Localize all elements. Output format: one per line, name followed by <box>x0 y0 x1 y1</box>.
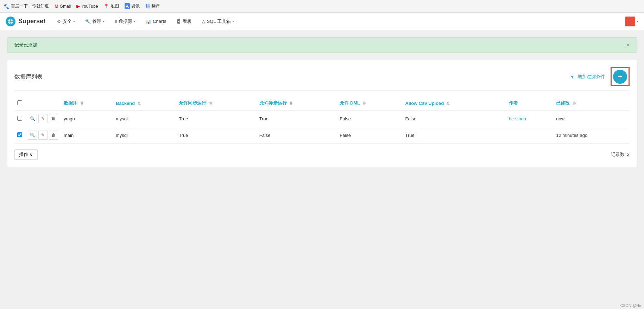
add-record-button[interactable]: + <box>613 70 627 84</box>
sort-backend-icon: ⇅ <box>138 101 141 106</box>
filter-area: ▼ 增加过滤条件 <box>570 74 605 80</box>
table-row: 🔍 ✎ 🗑 main mysql True False False True 1… <box>14 127 630 144</box>
add-button-container: + <box>611 67 630 86</box>
col-modified-header[interactable]: 已修改 ⇅ <box>553 96 630 110</box>
row2-allow-csv: True <box>403 127 506 144</box>
col-database-header[interactable]: 数据库 ⇅ <box>61 96 113 110</box>
row1-allow-sync: True <box>176 110 257 127</box>
row1-author: he sihan <box>506 110 554 127</box>
brand-logo[interactable]: Superset <box>6 17 45 26</box>
col-allow-sync-header[interactable]: 允许同步运行 ⇅ <box>176 96 257 110</box>
datasource-icon: ≡ <box>114 19 117 24</box>
notification-success: 记录已添加 × <box>7 37 637 53</box>
col-actions-header <box>25 96 61 110</box>
select-all-header <box>14 96 25 110</box>
row2-modified: 12 minutes ago <box>553 127 630 144</box>
charts-icon: 📊 <box>145 19 151 24</box>
sort-modified-icon: ⇅ <box>573 101 576 105</box>
row1-checkbox[interactable] <box>17 116 22 121</box>
col-allow-csv-header[interactable]: Allow Csv Upload ⇅ <box>403 96 506 110</box>
browser-baidu[interactable]: 🐾 百度一下，你就知道 <box>4 3 49 9</box>
sort-csv-icon: ⇅ <box>447 101 450 106</box>
bulk-action-button[interactable]: 操作 ∨ <box>14 149 38 160</box>
row1-allow-csv: False <box>403 110 506 127</box>
row2-edit-button[interactable]: ✎ <box>38 131 48 140</box>
browser-youtube[interactable]: ▶ YouTube <box>76 4 98 9</box>
browser-gmail[interactable]: M Gmail <box>55 4 71 9</box>
table-container: 数据库列表 ▼ 增加过滤条件 + 数据库 ⇅ <box>7 60 637 167</box>
navbar-right: ▾ <box>625 17 638 26</box>
row1-view-button[interactable]: 🔍 <box>28 114 37 123</box>
table-footer: 操作 ∨ 记录数: 2 <box>14 149 630 160</box>
col-author-header[interactable]: 作者 <box>506 96 554 110</box>
row1-edit-button[interactable]: ✎ <box>38 114 48 123</box>
sort-dml-icon: ⇅ <box>362 101 366 105</box>
user-avatar[interactable] <box>625 17 635 26</box>
col-allow-dml-header[interactable]: 允许 DML ⇅ <box>337 96 402 110</box>
row2-allow-sync: True <box>176 127 257 144</box>
sql-icon: △ <box>202 19 206 24</box>
filter-icon: ▼ <box>570 74 575 80</box>
row1-allow-async: True <box>257 110 337 127</box>
nav-sql[interactable]: △ SQL 工具箱 ▾ <box>197 13 238 30</box>
browser-news[interactable]: A 资讯 <box>125 3 140 9</box>
brand-icon <box>6 17 15 26</box>
sort-database-icon: ⇅ <box>80 101 83 105</box>
sql-chevron: ▾ <box>232 19 234 23</box>
admin-chevron: ▾ <box>103 19 105 23</box>
page-title: 数据库列表 <box>14 73 43 81</box>
row2-view-button[interactable]: 🔍 <box>28 131 37 140</box>
table-header-row: 数据库列表 ▼ 增加过滤条件 + <box>14 67 630 91</box>
row2-allow-async: False <box>257 127 337 144</box>
security-chevron: ▾ <box>73 19 75 23</box>
record-count: 记录数: 2 <box>611 151 630 158</box>
row2-actions: 🔍 ✎ 🗑 <box>28 131 58 140</box>
row1-delete-button[interactable]: 🗑 <box>49 114 58 123</box>
row2-checkbox[interactable] <box>17 132 22 137</box>
col-backend-header[interactable]: Backend ⇅ <box>113 96 176 110</box>
filter-label[interactable]: 增加过滤条件 <box>577 74 605 80</box>
nav-security[interactable]: ⚙ 安全 ▾ <box>52 13 79 30</box>
nav-dashboard[interactable]: 🎛 看板 <box>172 13 196 30</box>
sort-async-icon: ⇅ <box>289 101 292 105</box>
database-table: 数据库 ⇅ Backend ⇅ 允许同步运行 ⇅ 允许异步运行 ⇅ <box>14 96 630 144</box>
nav-charts[interactable]: 📊 Charts <box>141 13 170 30</box>
navbar: Superset ⚙ 安全 ▾ 🔧 管理 ▾ ≡ 数据源 ▾ 📊 Charts … <box>0 13 644 30</box>
row2-allow-dml: False <box>337 127 402 144</box>
row1-modified: now <box>553 110 630 127</box>
security-icon: ⚙ <box>57 19 61 24</box>
row2-database: main <box>61 127 113 144</box>
browser-maps[interactable]: 📍 地图 <box>103 3 119 9</box>
row2-author <box>506 127 554 144</box>
row1-database: ymgn <box>61 110 113 127</box>
table-row: 🔍 ✎ 🗑 ymgn mysql True True False False h… <box>14 110 630 127</box>
sort-sync-icon: ⇅ <box>209 101 212 105</box>
browser-translate[interactable]: 翻 翻译 <box>145 3 160 10</box>
datasource-chevron: ▾ <box>134 19 135 23</box>
row1-allow-dml: False <box>337 110 402 127</box>
notification-message: 记录已添加 <box>14 42 37 48</box>
row1-actions: 🔍 ✎ 🗑 <box>28 114 58 123</box>
row1-backend: mysql <box>113 110 176 127</box>
nav-datasource[interactable]: ≡ 数据源 ▾ <box>110 13 140 30</box>
dashboard-icon: 🎛 <box>176 19 181 24</box>
admin-icon: 🔧 <box>85 19 91 24</box>
main-content: 记录已添加 × 数据库列表 ▼ 增加过滤条件 + <box>0 30 644 174</box>
browser-bar: 🐾 百度一下，你就知道 M Gmail ▶ YouTube 📍 地图 A 资讯 … <box>0 0 644 13</box>
nav-admin[interactable]: 🔧 管理 ▾ <box>81 13 109 30</box>
row2-delete-button[interactable]: 🗑 <box>49 131 58 140</box>
user-chevron[interactable]: ▾ <box>637 19 638 23</box>
col-allow-async-header[interactable]: 允许异步运行 ⇅ <box>257 96 337 110</box>
select-all-checkbox[interactable] <box>17 100 22 105</box>
notification-close-button[interactable]: × <box>626 42 630 48</box>
row2-backend: mysql <box>113 127 176 144</box>
